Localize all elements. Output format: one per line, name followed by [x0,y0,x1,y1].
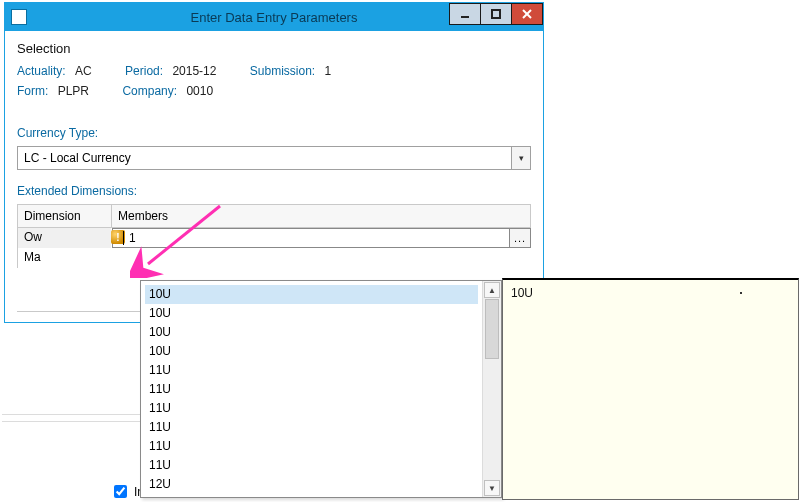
dialog-window: Enter Data Entry Parameters Selection Ac… [4,2,544,323]
list-item[interactable]: 11U [141,399,482,418]
scroll-up-button[interactable]: ▲ [484,282,500,298]
window-buttons [450,3,543,25]
autocomplete-popup: 10U10U10U10U11U11U11U11U11U11U12U ▲ ▼ [140,280,502,498]
title-bar[interactable]: Enter Data Entry Parameters [5,3,543,31]
period-value: 2015-12 [172,64,216,78]
text-caret [123,231,124,245]
svg-rect-1 [492,10,500,18]
members-browse-button[interactable]: ... [509,229,530,247]
currency-type-label: Currency Type: [17,126,531,140]
scroll-down-button[interactable]: ▼ [484,480,500,496]
members-input-value: 1 [129,231,136,245]
client-area: Selection Actuality: AC Period: 2015-12 … [5,31,543,322]
company-label: Company: [122,84,177,98]
scrollbar[interactable]: ▲ ▼ [482,281,501,497]
form-label: Form: [17,84,48,98]
list-item[interactable]: 10U [145,285,478,304]
tooltip-text: 10U [511,286,533,300]
actuality-value: AC [75,64,92,78]
currency-type-combo[interactable]: LC - Local Currency ▾ [17,146,531,170]
list-item[interactable]: 11U [141,437,482,456]
list-item[interactable]: 10U [141,323,482,342]
scroll-thumb[interactable] [485,299,499,359]
maximize-button[interactable] [480,3,512,25]
selection-row-1: Actuality: AC Period: 2015-12 Submission… [17,64,531,78]
selection-heading: Selection [17,41,531,56]
autocomplete-list[interactable]: 10U10U10U10U11U11U11U11U11U11U12U [141,281,482,497]
list-item[interactable]: 10U [141,342,482,361]
members-input[interactable]: ! 1 [113,229,509,247]
dimension-cell: Ow [17,228,112,248]
members-cell-editing: ! 1 ... [112,228,531,248]
selection-row-2: Form: PLPR Company: 0010 [17,84,531,98]
extended-dimensions-label: Extended Dimensions: [17,184,531,198]
list-item[interactable]: 11U [141,380,482,399]
list-item[interactable]: 12U [141,475,482,494]
col-members[interactable]: Members [112,205,531,227]
period-label: Period: [125,64,163,78]
list-item[interactable]: 11U [141,418,482,437]
list-item[interactable]: 10U [141,304,482,323]
form-value: PLPR [58,84,89,98]
footer-checkbox[interactable] [114,485,127,498]
close-button[interactable] [511,3,543,25]
members-editor: ! 1 ... [112,228,531,248]
table-row[interactable]: Ma [17,248,531,268]
chevron-down-icon[interactable]: ▾ [511,147,530,169]
currency-type-value: LC - Local Currency [18,147,511,169]
list-item[interactable]: 11U [141,456,482,475]
members-cell [112,248,531,268]
tooltip-dot [740,292,742,294]
grid-header: Dimension Members [17,205,531,228]
submission-label: Submission: [250,64,315,78]
footer-checkbox-row: In [110,482,144,501]
actuality-label: Actuality: [17,64,66,78]
tooltip-panel: 10U [502,278,799,500]
minimize-button[interactable] [449,3,481,25]
dimension-cell: Ma [17,248,112,268]
submission-value: 1 [325,64,332,78]
company-value: 0010 [186,84,213,98]
col-dimension[interactable]: Dimension [17,205,112,227]
app-icon [11,9,27,25]
table-row[interactable]: Ow ! 1 ... [17,228,531,248]
list-item[interactable]: 11U [141,361,482,380]
